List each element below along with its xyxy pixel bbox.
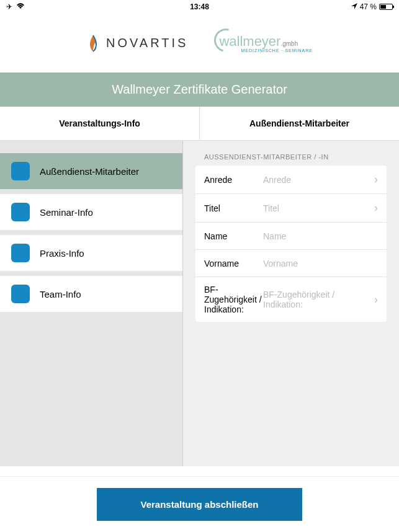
form-row-titel[interactable]: Titel Titel › <box>195 194 387 223</box>
banner-title: Wallmeyer Zertifikate Generator <box>112 82 287 96</box>
chevron-right-icon: › <box>374 202 378 215</box>
airplane-icon: ✈ <box>6 2 12 11</box>
form-row-bf[interactable]: BF-Zugehörigkeit / Indikation: BF-Zugehö… <box>195 277 387 322</box>
logo-area: NOVARTIS wallmeyer.gmbh MEDIZINISCHE · S… <box>0 14 399 73</box>
form-placeholder: BF-Zugehörigkeit / Indikation: <box>263 290 370 309</box>
novartis-text: NOVARTIS <box>106 36 188 50</box>
form-placeholder: Anrede <box>263 175 370 185</box>
form-label: BF-Zugehörigkeit / Indikation: <box>204 285 263 314</box>
sidebar-item-praxis[interactable]: Praxis-Info <box>0 235 182 271</box>
bottom-bar: Veranstaltung abschließen <box>0 476 399 532</box>
tab-label: Veranstaltungs-Info <box>59 118 140 128</box>
sidebar-item-team[interactable]: Team-Info <box>0 276 182 312</box>
tab-aussendienst-mitarbeiter[interactable]: Außendienst-Mitarbeiter <box>200 107 399 140</box>
content: Außendienst-Mitarbeiter Seminar-Info Pra… <box>0 141 399 466</box>
form-row-vorname[interactable]: Vorname Vorname <box>195 250 387 277</box>
sidebar-item-aussendienst[interactable]: Außendienst-Mitarbeiter <box>0 153 182 189</box>
submit-button[interactable]: Veranstaltung abschließen <box>97 488 302 521</box>
location-icon <box>351 2 357 11</box>
sidebar-icon <box>11 244 30 262</box>
tabs: Veranstaltungs-Info Außendienst-Mitarbei… <box>0 107 399 141</box>
tab-veranstaltungs-info[interactable]: Veranstaltungs-Info <box>0 107 200 140</box>
status-time: 13:48 <box>190 2 209 11</box>
form-placeholder: Titel <box>263 203 370 213</box>
status-bar: ✈ 13:48 47 % <box>0 0 399 14</box>
form-placeholder: Vorname <box>263 259 378 268</box>
sidebar: Außendienst-Mitarbeiter Seminar-Info Pra… <box>0 141 183 466</box>
wifi-icon <box>16 2 25 11</box>
status-right: 47 % <box>351 2 393 11</box>
sidebar-item-label: Team-Info <box>40 289 81 299</box>
submit-label: Veranstaltung abschließen <box>140 499 258 510</box>
wallmeyer-gmbh: .gmbh <box>280 40 298 47</box>
form-label: Anrede <box>204 175 263 185</box>
sidebar-item-label: Praxis-Info <box>40 248 84 259</box>
novartis-logo: NOVARTIS <box>86 34 188 53</box>
sidebar-icon <box>11 285 30 303</box>
title-banner: Wallmeyer Zertifikate Generator <box>0 73 399 107</box>
form-label: Titel <box>204 203 263 213</box>
wallmeyer-name: wallmeyer <box>219 33 280 49</box>
wallmeyer-logo: wallmeyer.gmbh MEDIZINISCHE · SEMINARE <box>219 33 313 53</box>
form-label: Vorname <box>204 259 263 268</box>
wallmeyer-subtitle: MEDIZINISCHE · SEMINARE <box>241 48 313 53</box>
sidebar-item-label: Außendienst-Mitarbeiter <box>40 166 139 177</box>
form-row-anrede[interactable]: Anrede Anrede › <box>195 166 387 194</box>
chevron-right-icon: › <box>374 293 378 306</box>
sidebar-icon <box>11 162 30 180</box>
sidebar-item-label: Seminar-Info <box>40 207 93 218</box>
novartis-flame-icon <box>86 34 100 53</box>
wallmeyer-text: wallmeyer.gmbh <box>219 33 298 49</box>
form-row-name[interactable]: Name Name <box>195 223 387 250</box>
form-group: Anrede Anrede › Titel Titel › Name Name … <box>195 166 387 322</box>
chevron-right-icon: › <box>374 173 378 186</box>
battery-percent: 47 % <box>360 2 377 11</box>
battery-icon <box>379 4 393 10</box>
sidebar-item-seminar[interactable]: Seminar-Info <box>0 194 182 230</box>
status-left: ✈ <box>6 2 25 11</box>
form-section-header: AUSSENDIENST-MITARBEITER / -IN <box>195 153 387 161</box>
form-label: Name <box>204 231 263 241</box>
sidebar-icon <box>11 203 30 221</box>
tab-label: Außendienst-Mitarbeiter <box>249 118 349 128</box>
form-panel: AUSSENDIENST-MITARBEITER / -IN Anrede An… <box>183 141 399 466</box>
form-placeholder: Name <box>263 231 378 241</box>
